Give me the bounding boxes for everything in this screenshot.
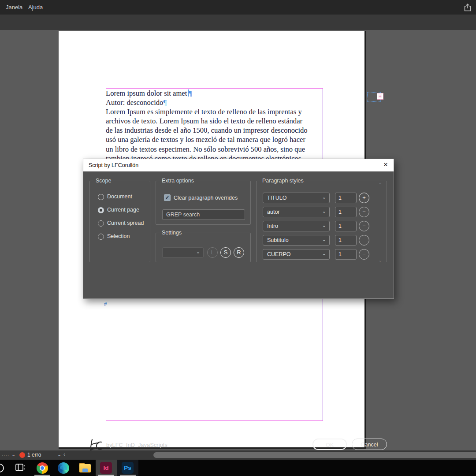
style-dropdown-autor[interactable]: autor ⌄ (263, 207, 330, 217)
error-badge[interactable]: 1 erro (27, 452, 41, 458)
text-line: Lorem Ipsum es simplemente el texto de r… (106, 107, 326, 116)
count-input-intro[interactable]: 1 (335, 221, 357, 231)
scope-group: Scope Document Current page Current spre… (89, 178, 150, 262)
radio-icon (98, 234, 104, 240)
chrome-taskbar-button[interactable] (32, 460, 53, 476)
paragraph-styles-legend: Paragraph styles (260, 178, 306, 184)
scroll-left-icon[interactable]: ‹ (63, 451, 65, 457)
end-of-story-marker: # (104, 301, 107, 308)
count-input-autor[interactable]: 1 (335, 207, 357, 217)
menu-janela[interactable]: Janela (6, 4, 22, 11)
settings-l-button[interactable]: L (207, 247, 218, 258)
paragraph-styles-group: Paragraph styles ⌃ TITULO ⌄ 1 + autor ⌄ … (256, 178, 387, 262)
count-input-cuerpo[interactable]: 1 (335, 249, 357, 260)
taskbar: Id Ps (0, 460, 476, 476)
task-view-icon (15, 463, 25, 472)
settings-s-button[interactable]: S (220, 247, 231, 258)
cutoff-circle-icon[interactable] (0, 463, 4, 473)
screen: Janela Ajuda Lorem ipsum dolor sit amet¶… (0, 0, 476, 476)
text-line: un libro de textos especimen. No sólo so… (106, 145, 326, 154)
chevron-down-icon: ⌄ (322, 251, 326, 257)
anchor-adornment-icon[interactable]: + (377, 93, 383, 100)
horizontal-scrollbar-thumb[interactable] (153, 452, 476, 458)
text-line: Autor: desconocido¶ (106, 98, 326, 107)
style-dropdown-titulo[interactable]: TITULO ⌄ (263, 193, 330, 203)
file-explorer-taskbar-button[interactable] (74, 460, 96, 476)
remove-row-button[interactable]: − (359, 221, 369, 231)
share-icon[interactable] (463, 3, 472, 12)
menu-ajuda[interactable]: Ajuda (28, 4, 43, 11)
chevron-down-icon[interactable]: ⌄ (11, 452, 15, 457)
chrome-icon (37, 462, 48, 474)
extra-options-legend: Extra options (160, 178, 196, 184)
text-line: usó una galería de textos y los mezcló d… (106, 135, 326, 144)
photoshop-icon: Ps (122, 462, 134, 474)
settings-r-button[interactable]: R (234, 247, 244, 258)
settings-legend: Settings (160, 230, 184, 236)
chevron-down-icon[interactable]: ⌄ (57, 452, 61, 457)
app-frame-strip (0, 15, 476, 30)
grep-search-input[interactable] (162, 209, 245, 220)
dialog-title: Script by LFCorullón (89, 162, 138, 168)
chevron-down-icon: ⌄ (322, 208, 326, 214)
photoshop-taskbar-button[interactable]: Ps (117, 460, 138, 476)
chevron-up-icon: ⌃ (379, 182, 382, 187)
status-bar: .... ⌄ 1 erro ⌄ ‹ (0, 450, 476, 460)
chevron-down-icon: ⌄ (196, 249, 200, 255)
radio-icon (98, 194, 104, 200)
chevron-down-icon: ⌄ (379, 258, 382, 263)
remove-row-button[interactable]: − (359, 207, 369, 217)
truncated-menu[interactable]: .... (2, 451, 9, 457)
ok-button[interactable]: OK (312, 439, 347, 450)
style-dropdown-subtitulo[interactable]: Subtitulo ⌄ (263, 235, 330, 245)
edge-taskbar-button[interactable] (53, 460, 74, 476)
settings-group: Settings ⌄ L S R (156, 230, 251, 262)
remove-row-button[interactable]: − (359, 249, 369, 260)
chevron-down-icon: ⌄ (322, 237, 326, 242)
dialog-title-bar[interactable]: Script by LFCorullón ✕ (83, 159, 394, 171)
task-view-button[interactable] (10, 460, 31, 476)
file-explorer-icon (79, 463, 91, 472)
indesign-taskbar-button[interactable]: Id (96, 460, 117, 476)
pilcrow-mark: ¶ (163, 98, 167, 107)
settings-dropdown[interactable]: ⌄ (162, 247, 204, 258)
checkbox-clear-overrides[interactable]: ✓ (164, 194, 171, 201)
indesign-icon: Id (100, 462, 112, 474)
bottom-margin-guide (106, 420, 323, 421)
close-icon[interactable]: ✕ (381, 161, 390, 169)
style-dropdown-cuerpo[interactable]: CUERPO ⌄ (263, 249, 330, 260)
chevron-down-icon: ⌄ (322, 223, 326, 228)
preflight-error-dot (19, 452, 25, 458)
text-line: Lorem ipsum dolor sit amet¶ (106, 89, 326, 98)
text-line: archivos de texto. Lorem Ipsum ha sido e… (106, 116, 326, 126)
brand-text: byLFC_InD_JavaScripts (106, 442, 167, 448)
text-frame[interactable]: Lorem ipsum dolor sit amet¶ Autor: desco… (106, 89, 326, 163)
menu-bar: Janela Ajuda (0, 0, 476, 15)
radio-selected-icon (98, 207, 104, 213)
style-dropdown-intro[interactable]: Intro ⌄ (263, 221, 330, 231)
count-input-subtitulo[interactable]: 1 (335, 235, 357, 245)
count-input-titulo[interactable]: 1 (335, 193, 357, 203)
radio-icon (98, 220, 104, 227)
remove-row-button[interactable]: − (359, 235, 369, 245)
add-row-button[interactable]: + (359, 193, 369, 203)
text-line: de las industrias desde el año 1500, cua… (106, 126, 326, 135)
chevron-down-icon: ⌄ (322, 194, 326, 200)
edge-icon (58, 462, 69, 474)
cancel-button[interactable]: Cancel (352, 439, 387, 450)
scope-legend: Scope (93, 178, 113, 184)
script-dialog: Script by LFCorullón ✕ Scope Document Cu… (83, 159, 394, 299)
extra-options-group: Extra options ✓ Clear paragraph override… (156, 178, 251, 225)
checkbox-label: Clear paragraph overrides (174, 195, 238, 201)
pilcrow-mark: ¶ (189, 89, 192, 97)
